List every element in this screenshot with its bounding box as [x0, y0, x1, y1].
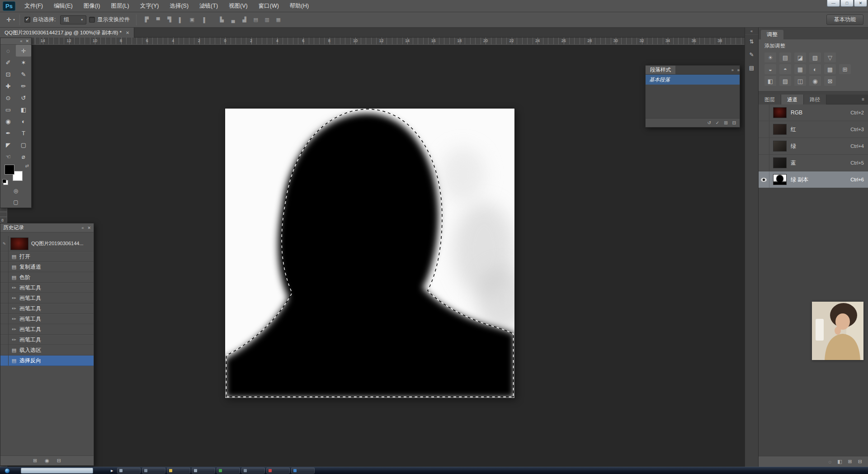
maximize-button[interactable]: □: [840, 0, 854, 7]
history-state-row[interactable]: ✏ 画笔工具: [0, 303, 94, 314]
distribute-vertical-centers-icon[interactable]: ▄: [227, 15, 239, 24]
redefine-style-icon[interactable]: ✓: [716, 120, 719, 125]
taskbar-app-6[interactable]: [217, 468, 240, 474]
load-channel-selection-icon[interactable]: ◌: [829, 459, 832, 465]
eraser-tool[interactable]: ▭: [0, 104, 16, 115]
channel-row[interactable]: 绿 Ctrl+4: [759, 138, 868, 155]
zoom-tool[interactable]: ⌀: [16, 151, 31, 162]
menu-item[interactable]: 帮助(H): [284, 0, 314, 12]
brush-tool[interactable]: ✏: [16, 80, 31, 92]
menu-item[interactable]: 图像(I): [78, 0, 106, 12]
history-source-checkbox[interactable]: [0, 293, 9, 303]
vibrance-icon[interactable]: ▽: [824, 52, 836, 62]
menu-item[interactable]: 编辑(E): [48, 0, 78, 12]
path-selection-tool[interactable]: ◤: [0, 139, 16, 151]
menu-item[interactable]: 视图(V): [223, 0, 253, 12]
foreground-color-swatch[interactable]: [5, 165, 14, 175]
align-left-edges-icon[interactable]: ▌: [175, 15, 186, 24]
taskbar-app-3[interactable]: [142, 468, 165, 474]
history-source-checkbox[interactable]: [0, 272, 9, 282]
close-panel-icon[interactable]: ✕: [25, 38, 29, 45]
posterize-icon[interactable]: ▨: [779, 76, 791, 86]
history-state-row[interactable]: ✏ 画笔工具: [0, 283, 94, 293]
taskbar-app-8[interactable]: [266, 468, 290, 474]
history-state-row[interactable]: ▤ 选择反向: [0, 356, 94, 366]
history-state-row[interactable]: ✏ 画笔工具: [0, 293, 94, 303]
collapsed-panel-brush-icon[interactable]: ✎: [745, 48, 758, 61]
visibility-toggle[interactable]: [759, 155, 769, 171]
channel-row[interactable]: RGB Ctrl+2: [759, 104, 868, 121]
menu-item[interactable]: 窗口(W): [253, 0, 284, 12]
horizontal-ruler[interactable]: 1412108642024681012141618202224262830323…: [7, 38, 745, 45]
move-tool[interactable]: ✛: [16, 45, 31, 57]
panel-tab[interactable]: 路径: [804, 95, 826, 104]
history-source-checkbox[interactable]: [0, 356, 9, 365]
panel-menu-icon[interactable]: ≡: [737, 68, 740, 72]
history-snapshot-row[interactable]: ✎ QQ图片20190306144...: [0, 236, 94, 251]
align-vertical-centers-icon[interactable]: ▀: [152, 15, 164, 24]
auto-select-checkbox[interactable]: [24, 17, 30, 23]
expand-dock-icon[interactable]: «: [745, 28, 758, 35]
distribute-horizontal-centers-icon[interactable]: ▥: [261, 15, 273, 24]
taskbar-app-active[interactable]: [21, 468, 93, 474]
color-lookup-icon[interactable]: ⊞: [839, 64, 851, 74]
color-balance-icon[interactable]: ◓: [779, 64, 791, 74]
align-bottom-edges-icon[interactable]: ▜: [164, 15, 175, 24]
history-source-checkbox[interactable]: [0, 345, 9, 355]
hand-tool[interactable]: ☜: [0, 151, 16, 162]
taskbar-app-9[interactable]: [291, 468, 315, 474]
clear-override-icon[interactable]: ↺: [707, 120, 711, 125]
menu-item[interactable]: 选择(S): [164, 0, 194, 12]
history-source-checkbox[interactable]: [0, 324, 9, 334]
selective-color-icon[interactable]: ⊠: [824, 76, 836, 86]
elliptical-marquee-tool[interactable]: ◌: [0, 45, 16, 57]
close-button[interactable]: ✕: [854, 0, 867, 7]
magic-wand-tool[interactable]: ✶: [16, 57, 31, 68]
history-state-row[interactable]: ▤ 载入选区: [0, 345, 94, 356]
panel-tab[interactable]: 图层: [759, 95, 781, 104]
distribute-bottom-edges-icon[interactable]: ▟: [239, 15, 250, 24]
menu-item[interactable]: 文件(F): [19, 0, 48, 12]
default-colors-icon[interactable]: [2, 179, 6, 183]
visibility-toggle[interactable]: [759, 138, 769, 154]
history-source-checkbox[interactable]: [0, 283, 9, 293]
tab-adjustments[interactable]: 调整: [761, 30, 783, 39]
document-tab[interactable]: QQ图片20190306144217.jpg @ 100%(绿 副本/8) * …: [0, 28, 134, 38]
auto-select-target-dropdown[interactable]: 组 ▾: [60, 15, 86, 24]
show-transform-checkbox[interactable]: [89, 17, 95, 23]
brightness-contrast-icon[interactable]: ☀: [764, 52, 776, 62]
visibility-toggle[interactable]: [759, 121, 769, 137]
clone-stamp-tool[interactable]: ⊙: [0, 92, 16, 104]
photo-filter-icon[interactable]: ◐: [809, 64, 821, 74]
hue-saturation-icon[interactable]: ◒: [764, 64, 776, 74]
paragraph-style-row[interactable]: 基本段落: [646, 75, 740, 85]
workspace-area[interactable]: 1412108642024681012141618202224262830323…: [0, 38, 745, 467]
crop-tool[interactable]: ⊡: [0, 68, 16, 80]
new-style-icon[interactable]: ⊞: [724, 120, 727, 125]
history-state-row[interactable]: ✏ 画笔工具: [0, 324, 94, 335]
threshold-icon[interactable]: ◫: [794, 76, 806, 86]
paragraph-styles-tab[interactable]: 段落样式: [646, 66, 675, 74]
history-source-checkbox[interactable]: [0, 251, 9, 261]
channel-row[interactable]: 红 Ctrl+3: [759, 121, 868, 138]
delete-style-icon[interactable]: ⊟: [732, 120, 736, 125]
taskbar-overflow-icon[interactable]: ▶: [111, 469, 113, 473]
screen-mode-button[interactable]: ▢: [0, 196, 31, 208]
pen-tool[interactable]: ✒: [0, 127, 16, 139]
rectangle-tool[interactable]: ▢: [16, 139, 31, 151]
black-white-icon[interactable]: ▦: [794, 64, 806, 74]
healing-brush-tool[interactable]: ✚: [0, 80, 16, 92]
gradient-tool[interactable]: ◧: [16, 104, 31, 115]
minimize-button[interactable]: —: [827, 0, 840, 7]
history-state-row[interactable]: ✏ 画笔工具: [0, 314, 94, 324]
new-channel-icon[interactable]: ⊞: [848, 459, 852, 465]
lasso-tool[interactable]: ✐: [0, 57, 16, 68]
start-button[interactable]: [5, 468, 10, 474]
history-source-checkbox[interactable]: [0, 303, 9, 313]
panel-menu-icon[interactable]: ≡: [862, 97, 864, 102]
history-brush-source-icon[interactable]: ✎: [0, 236, 9, 251]
new-snapshot-icon[interactable]: ◉: [45, 458, 49, 464]
curves-icon[interactable]: ◪: [794, 52, 806, 62]
history-brush-tool[interactable]: ↺: [16, 92, 31, 104]
history-source-checkbox[interactable]: [0, 335, 9, 345]
